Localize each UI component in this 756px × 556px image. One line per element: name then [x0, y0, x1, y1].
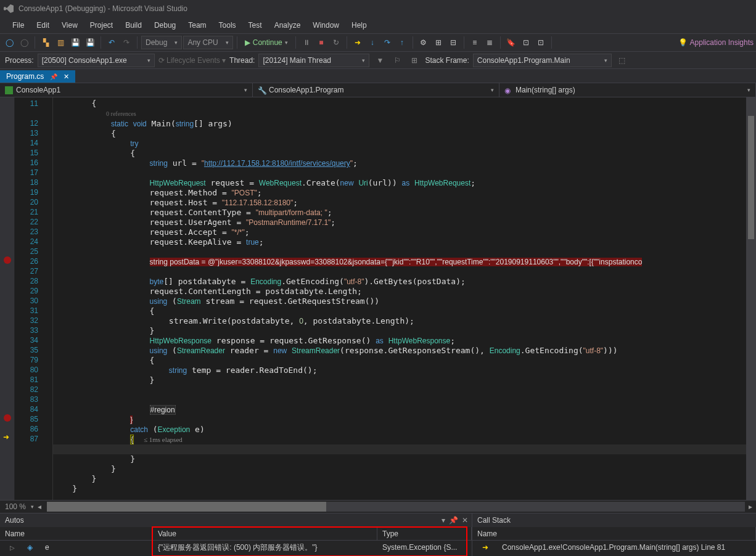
tab-label: Program.cs	[6, 72, 44, 81]
main-toolbar: ◯ ◯ ▚ ▥ 💾 💾 ↶ ↷ Debug▾ Any CPU▾ ▶ Contin…	[0, 33, 756, 52]
step-over-icon[interactable]: ↷	[380, 36, 394, 49]
undo-icon[interactable]: ↶	[105, 36, 118, 49]
close-tab-icon[interactable]: ✕	[64, 73, 69, 81]
menu-view[interactable]: View	[55, 18, 84, 32]
config-dropdown[interactable]: Debug▾	[141, 36, 182, 49]
break-all-icon[interactable]: ⏸	[300, 36, 313, 49]
tab-bar: Program.cs 📌 ✕	[0, 69, 756, 83]
menu-tools[interactable]: Tools	[213, 18, 242, 32]
debug-toolbar: Process: [20500] ConsoleApp1.exe ⟳ Lifec…	[0, 52, 756, 69]
hex-icon[interactable]: ⬚	[615, 54, 629, 67]
save-all-icon[interactable]: 💾	[83, 36, 97, 49]
filter-icon[interactable]: ▼	[373, 54, 387, 67]
redo-icon[interactable]: ↷	[120, 36, 133, 49]
code-navbar: ConsoleApp1▾ 🔧 ConsoleApp1.Program▾ ◉ Ma…	[0, 83, 756, 97]
scroll-left-icon[interactable]: ◂	[34, 502, 45, 511]
col-name[interactable]: Name	[472, 527, 756, 540]
zoom-level[interactable]: 100 %	[0, 502, 31, 511]
tools3-icon[interactable]: ⊟	[446, 36, 460, 49]
var-value: {"远程服务器返回错误: (500) 内部服务器错误。"}	[153, 542, 377, 553]
breakpoint-margin[interactable]: ➜	[0, 97, 15, 500]
callstack-panel: Call Stack Name ➜ ConsoleApp1.exe!Consol…	[472, 513, 756, 556]
flag-icon[interactable]: ⚐	[390, 54, 404, 67]
menu-project[interactable]: Project	[84, 18, 119, 32]
menu-analyze[interactable]: Analyze	[268, 18, 307, 32]
var-type: System.Exception {S...	[377, 543, 472, 552]
menu-debug[interactable]: Debug	[148, 18, 182, 32]
window-title: ConsoleApp1 (Debugging) - Microsoft Visu…	[18, 4, 187, 13]
bottom-panels: Autos ▾ 📌 ✕ Name Value Type ▷ ◈ e {"远程服务…	[0, 513, 756, 556]
uncomment-icon[interactable]: ⊡	[534, 36, 548, 49]
menu-edit[interactable]: Edit	[30, 18, 55, 32]
process-dropdown[interactable]: [20500] ConsoleApp1.exe	[38, 54, 155, 67]
menu-test[interactable]: Test	[242, 18, 268, 32]
nav-class-dropdown[interactable]: 🔧 ConsoleApp1.Program▾	[253, 83, 499, 97]
menubar: File Edit View Project Build Debug Team …	[0, 17, 756, 33]
breakpoint-icon[interactable]	[4, 256, 11, 264]
platform-dropdown[interactable]: Any CPU▾	[183, 36, 232, 49]
step-into-icon[interactable]: ↓	[366, 36, 379, 49]
menu-help[interactable]: Help	[345, 18, 373, 32]
col-name[interactable]: Name	[0, 527, 153, 540]
vertical-scrollbar[interactable]	[746, 97, 756, 500]
thread-dropdown[interactable]: [20124] Main Thread	[258, 54, 369, 67]
frame-text: ConsoleApp1.exe!ConsoleApp1.Program.Main…	[497, 543, 730, 552]
pin-icon[interactable]: 📌	[50, 73, 57, 80]
csharp-project-icon	[5, 86, 13, 94]
autos-header: Name Value Type	[0, 527, 472, 541]
panel-close-icon[interactable]: ✕	[462, 516, 468, 525]
indent-icon[interactable]: ≡	[468, 36, 482, 49]
exception-icon: ◈	[22, 543, 38, 552]
continue-button[interactable]: ▶ Continue ▾	[241, 36, 292, 49]
thread-label: Thread:	[229, 56, 255, 65]
lifecycle-events[interactable]: ⟳ Lifecycle Events ▾	[158, 56, 226, 65]
nav-method-dropdown[interactable]: ◉ Main(string[] args)▾	[499, 83, 756, 97]
comment-icon[interactable]: ⊡	[519, 36, 533, 49]
horizontal-scrollbar[interactable]	[47, 502, 745, 512]
code-editor[interactable]: ➜ 11121314151617181920212223242526272829…	[0, 97, 756, 500]
stop-icon[interactable]: ■	[314, 36, 328, 49]
method-icon: ◉	[504, 86, 512, 94]
menu-build[interactable]: Build	[119, 18, 148, 32]
autos-row[interactable]: ▷ ◈ e {"远程服务器返回错误: (500) 内部服务器错误。"} Syst…	[0, 541, 472, 554]
callstack-row[interactable]: ➜ ConsoleApp1.exe!ConsoleApp1.Program.Ma…	[472, 541, 756, 554]
new-project-icon[interactable]: ▚	[39, 36, 52, 49]
expand-icon[interactable]: ▷	[5, 544, 20, 551]
line-numbers: 1112131415161718192021222324252627282930…	[15, 97, 44, 500]
open-file-icon[interactable]: ▥	[54, 36, 67, 49]
scroll-right-icon[interactable]: ▸	[745, 502, 756, 511]
stackframe-dropdown[interactable]: ConsoleApp1.Program.Main	[473, 54, 612, 67]
menu-file[interactable]: File	[6, 18, 30, 32]
class-icon: 🔧	[258, 86, 266, 94]
stackframe-label: Stack Frame:	[425, 56, 469, 65]
col-type[interactable]: Type	[377, 527, 472, 540]
process-label: Process:	[5, 56, 34, 65]
callstack-title: Call Stack	[477, 516, 511, 525]
var-name: e	[40, 543, 54, 552]
autos-title: Autos	[5, 516, 24, 525]
tools2-icon[interactable]: ⊞	[432, 36, 445, 49]
panel-pin-icon[interactable]: 📌	[449, 516, 458, 525]
tools-icon[interactable]: ⚙	[417, 36, 430, 49]
app-insights-button[interactable]: 💡 Application Insights	[678, 38, 754, 47]
panel-dropdown-icon[interactable]: ▾	[442, 516, 445, 525]
thread-icon[interactable]: ⊞	[408, 54, 421, 67]
step-out-icon[interactable]: ↑	[395, 36, 409, 49]
col-value[interactable]: Value	[153, 527, 377, 540]
next-statement-icon[interactable]: ➜	[351, 36, 364, 49]
nav-fwd-icon[interactable]: ◯	[17, 36, 31, 49]
outdent-icon[interactable]: ≣	[483, 36, 496, 49]
breakpoint-icon[interactable]	[4, 414, 11, 422]
current-line-arrow-icon: ➜	[3, 433, 9, 441]
code-content[interactable]: { 0 references static void Main(string[]…	[53, 97, 756, 500]
nav-back-icon[interactable]: ◯	[2, 36, 16, 49]
menu-window[interactable]: Window	[306, 18, 345, 32]
save-icon[interactable]: 💾	[68, 36, 82, 49]
menu-team[interactable]: Team	[182, 18, 212, 32]
bookmark-icon[interactable]: 🔖	[504, 36, 518, 49]
restart-icon[interactable]: ↻	[329, 36, 343, 49]
editor-status-bar: 100 % ▾ ◂ ▸	[0, 500, 756, 513]
fold-margin[interactable]	[44, 97, 53, 500]
tab-program-cs[interactable]: Program.cs 📌 ✕	[0, 70, 75, 83]
nav-project-dropdown[interactable]: ConsoleApp1▾	[0, 83, 253, 97]
